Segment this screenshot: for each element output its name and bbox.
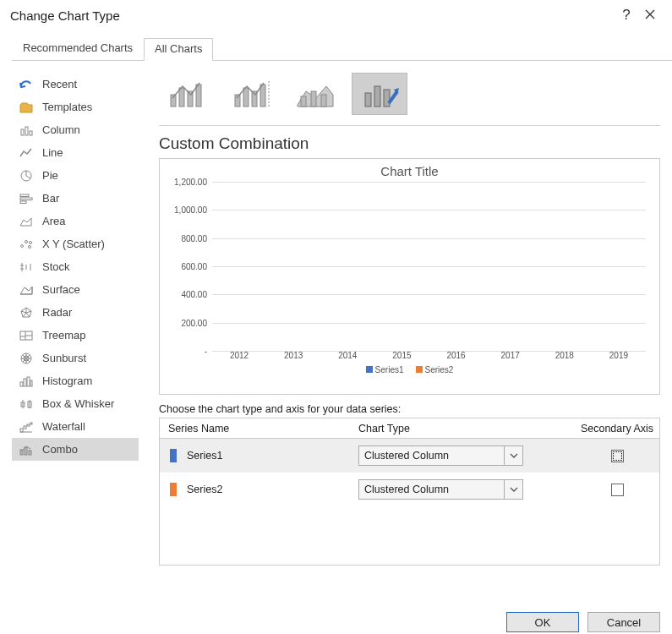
- sidebar-item-area[interactable]: Area: [12, 210, 139, 232]
- series-color-swatch: [170, 449, 177, 462]
- series-color-swatch: [170, 483, 177, 496]
- sidebar-item-templates[interactable]: Templates: [12, 96, 139, 118]
- chart-type-icon: [17, 418, 36, 435]
- svg-point-10: [30, 241, 32, 243]
- svg-rect-24: [27, 377, 30, 386]
- sidebar-item-label: Templates: [42, 101, 92, 113]
- y-tick-label: -: [165, 347, 207, 356]
- x-tick-label: 2018: [544, 351, 585, 360]
- x-tick-label: 2013: [273, 351, 314, 360]
- svg-point-9: [29, 245, 31, 248]
- sidebar-item-x-y-scatter-[interactable]: X Y (Scatter): [12, 232, 139, 255]
- help-button[interactable]: ?: [615, 7, 638, 24]
- subtype-clustered-column-line[interactable]: [159, 73, 215, 115]
- sidebar-item-label: Histogram: [42, 374, 92, 387]
- x-tick-label: 2015: [381, 351, 422, 360]
- chart-preview: Chart Title -200.00400.00600.00800.001,0…: [159, 158, 660, 395]
- tab-recommended-charts[interactable]: Recommended Charts: [12, 37, 144, 60]
- sidebar-item-label: Pie: [42, 169, 58, 182]
- secondary-axis-checkbox[interactable]: [611, 484, 624, 496]
- chart-type-icon: [17, 236, 36, 253]
- svg-rect-41: [196, 85, 201, 107]
- instruction-label: Choose the chart type and axis for your …: [159, 403, 660, 415]
- svg-point-8: [25, 240, 28, 243]
- sidebar-item-line[interactable]: Line: [12, 141, 139, 164]
- svg-rect-0: [21, 129, 24, 135]
- svg-rect-6: [20, 201, 26, 204]
- svg-rect-51: [374, 86, 380, 107]
- svg-rect-5: [20, 198, 32, 200]
- sidebar-item-treemap[interactable]: Treemap: [12, 324, 139, 347]
- section-title: Custom Combination: [159, 134, 660, 153]
- svg-rect-25: [30, 380, 32, 386]
- x-tick-label: 2019: [598, 351, 639, 360]
- subtype-stacked-area-column[interactable]: [287, 73, 343, 115]
- cancel-button[interactable]: Cancel: [587, 612, 660, 632]
- svg-rect-48: [311, 91, 316, 107]
- subtype-clustered-column-line-secondary[interactable]: [223, 73, 279, 115]
- sidebar-item-radar[interactable]: Radar: [12, 301, 139, 324]
- y-tick-label: 1,200.00: [165, 178, 207, 187]
- y-tick-label: 1,000.00: [165, 205, 207, 215]
- chart-type-icon: [17, 281, 36, 298]
- chart-legend: Series1 Series2: [168, 365, 651, 374]
- header-secondary-axis: Secondary Axis: [575, 423, 659, 435]
- y-tick-label: 600.00: [165, 262, 207, 271]
- chevron-down-icon: [504, 446, 522, 465]
- sidebar-item-label: Recent: [42, 78, 77, 90]
- chart-type-select[interactable]: Clustered Column: [358, 479, 523, 500]
- sidebar-item-label: Box & Whisker: [42, 397, 114, 410]
- sidebar-item-stock[interactable]: Stock: [12, 255, 139, 278]
- chart-type-icon: [17, 327, 36, 344]
- svg-rect-30: [20, 429, 23, 432]
- svg-rect-47: [301, 96, 306, 107]
- close-button[interactable]: [638, 9, 662, 22]
- chart-type-icon: [17, 145, 36, 161]
- series-config-row: Series1Clustered Column: [160, 439, 659, 473]
- sidebar-item-surface[interactable]: Surface: [12, 278, 139, 301]
- chart-type-value: Clustered Column: [359, 484, 504, 495]
- sidebar-item-histogram[interactable]: Histogram: [12, 369, 139, 392]
- chevron-down-icon: [504, 480, 522, 499]
- dialog-footer: OK Cancel: [0, 602, 672, 634]
- sidebar-item-combo[interactable]: Combo: [12, 438, 139, 461]
- sidebar-item-label: Area: [42, 215, 65, 227]
- sidebar-item-pie[interactable]: Pie: [12, 164, 139, 187]
- svg-rect-4: [20, 194, 29, 197]
- svg-rect-45: [260, 85, 265, 107]
- svg-rect-33: [30, 423, 32, 424]
- y-tick-label: 200.00: [165, 318, 207, 327]
- sidebar-item-waterfall[interactable]: Waterfall: [12, 415, 139, 438]
- chart-title: Chart Title: [168, 164, 651, 178]
- combo-subtype-row: [159, 68, 660, 126]
- header-chart-type: Chart Type: [358, 423, 575, 435]
- svg-rect-22: [20, 382, 23, 386]
- secondary-axis-checkbox[interactable]: [611, 450, 624, 462]
- sidebar-item-label: Bar: [42, 192, 59, 205]
- sidebar-item-label: Combo: [42, 443, 78, 456]
- sidebar-item-label: Treemap: [42, 329, 86, 342]
- sidebar-item-label: Sunburst: [42, 352, 86, 364]
- chart-type-icon: [17, 373, 36, 390]
- chart-type-icon: [17, 122, 36, 139]
- sidebar-item-box-whisker[interactable]: Box & Whisker: [12, 392, 139, 415]
- chart-type-select[interactable]: Clustered Column: [358, 445, 523, 466]
- subtype-custom-combination[interactable]: [352, 73, 407, 115]
- svg-rect-49: [321, 95, 326, 107]
- ok-button[interactable]: OK: [506, 612, 579, 632]
- sidebar-item-label: Waterfall: [42, 420, 85, 433]
- svg-rect-52: [384, 90, 390, 107]
- sidebar-item-column[interactable]: Column: [12, 118, 139, 141]
- tab-all-charts[interactable]: All Charts: [144, 38, 213, 61]
- legend-series1: Series1: [366, 365, 404, 374]
- chart-type-icon: [17, 167, 36, 184]
- y-tick-label: 800.00: [165, 233, 207, 243]
- chart-type-icon: [17, 304, 36, 321]
- sidebar-item-bar[interactable]: Bar: [12, 187, 139, 210]
- sidebar-item-recent[interactable]: Recent: [12, 73, 139, 96]
- titlebar: Change Chart Type ?: [0, 0, 672, 30]
- sidebar-item-sunburst[interactable]: Sunburst: [12, 347, 139, 369]
- sidebar-item-label: Stock: [42, 260, 70, 273]
- gridline: [212, 351, 646, 352]
- series-config-row: Series2Clustered Column: [160, 473, 659, 506]
